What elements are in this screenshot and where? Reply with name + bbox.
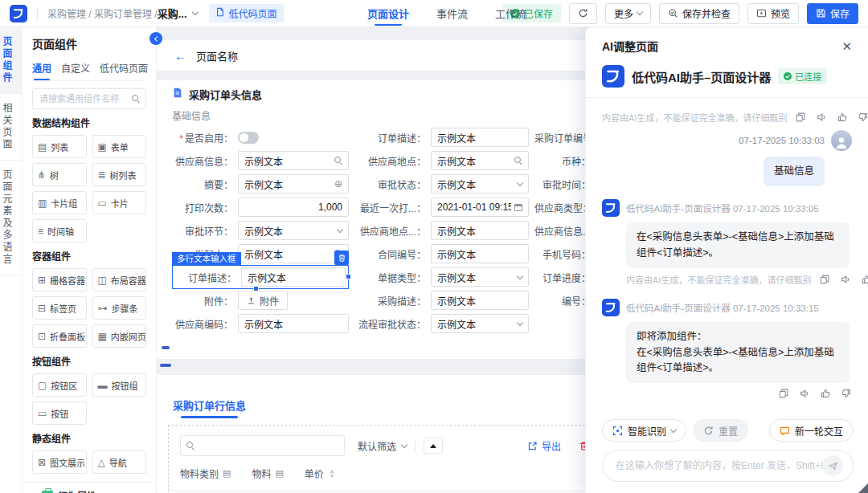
ai-message-input[interactable]	[616, 460, 822, 471]
copy-icon[interactable]	[795, 112, 806, 123]
collapse-filter-button[interactable]	[424, 438, 443, 454]
component-item-tree-list[interactable]: ≣树列表	[92, 163, 147, 186]
sound-icon[interactable]	[816, 112, 827, 123]
attach-button[interactable]: 附件	[238, 291, 288, 310]
thumbs-down-icon[interactable]	[841, 388, 852, 399]
back-arrow-icon[interactable]: ←	[174, 50, 186, 62]
button-area-icon: ▢	[38, 381, 47, 390]
component-item-form[interactable]: ▣表单	[92, 135, 147, 158]
field-input[interactable]: 示例文本	[431, 174, 529, 194]
new-round-button[interactable]: 新一轮交互	[769, 419, 854, 442]
field-value: 示例文本	[244, 224, 283, 238]
save-check-button[interactable]: 保存并检查	[659, 3, 739, 24]
field-input[interactable]: 示例文本	[238, 151, 349, 170]
panel-tab-2[interactable]: 自定义	[61, 58, 90, 80]
field-input[interactable]: 示例文本	[431, 151, 529, 170]
design-canvas[interactable]: ← 页面名称 采购订单头信息 基础信息 *是否启用：订单描述：示例文本采购订单编…	[157, 27, 585, 493]
chevron-down-icon	[670, 426, 677, 432]
component-item-button-group[interactable]: ▬按钮组	[92, 373, 147, 397]
component-item-image-text[interactable]: ⊠图文展示	[32, 450, 87, 474]
smart-recognize-button[interactable]: 智能识别	[602, 419, 686, 442]
field-input[interactable]: 示例文本	[238, 244, 349, 263]
field-input[interactable]: 示例文本	[431, 244, 529, 263]
component-search-input[interactable]	[32, 88, 146, 109]
delete-rows-button[interactable]: 删除	[579, 439, 585, 453]
canvas-scrollbar[interactable]	[160, 364, 171, 367]
page-type-badge[interactable]: 低代码页面	[209, 4, 284, 22]
thumbs-up-icon[interactable]	[837, 112, 848, 123]
rail-tab-1[interactable]: 页面组件	[0, 27, 22, 94]
component-item-iframe[interactable]: ▦内嵌网页	[92, 324, 147, 348]
component-item-button-area[interactable]: ▢按钮区	[32, 373, 87, 397]
resize-handle-right[interactable]	[346, 274, 351, 279]
sound-icon[interactable]	[799, 388, 810, 399]
field-value: 示例文本	[437, 247, 476, 261]
search-check-icon	[668, 8, 678, 18]
quick-filter-sortable[interactable]: 单价	[305, 467, 334, 480]
tab-order-lines[interactable]: 采购订单行信息	[173, 397, 246, 418]
reset-button[interactable]: 重置	[693, 419, 748, 442]
panel-tab-3[interactable]: 低代码页面	[100, 58, 148, 80]
field-input[interactable]: 示例文本	[431, 291, 529, 310]
tab-page-design[interactable]: 页面设计	[366, 0, 411, 28]
field-input[interactable]: 示例文本	[431, 267, 529, 287]
rail-tab-3[interactable]: 页面元素及多语言	[0, 161, 22, 275]
field-input[interactable]: 示例文本	[238, 221, 349, 240]
app-logo-icon[interactable]	[10, 5, 27, 22]
save-button[interactable]: 保存	[807, 3, 858, 24]
refresh-button[interactable]	[569, 3, 597, 24]
component-item-timeline[interactable]: ≡时间轴	[32, 219, 87, 242]
toggle-switch[interactable]	[238, 132, 259, 144]
component-item-list[interactable]: ▤列表	[32, 135, 87, 158]
component-item-card-group[interactable]: ▥卡片组	[32, 191, 87, 214]
field-input[interactable]: 示例文本	[238, 314, 349, 333]
copy-icon[interactable]	[819, 274, 830, 285]
rail-tab-2[interactable]: 相关页面	[0, 94, 22, 161]
field-input[interactable]: 示例文本⊕	[238, 174, 349, 194]
chevron-down-icon[interactable]	[191, 9, 198, 15]
component-item-tree[interactable]: ⋔树	[32, 163, 87, 186]
close-icon[interactable]: ✕	[840, 39, 854, 54]
field-input[interactable]: 示例文本	[431, 221, 529, 240]
delete-component-button[interactable]	[334, 251, 349, 265]
behavior-header[interactable]: 行为属性	[32, 489, 146, 493]
selected-component[interactable]: 多行文本输入框订单描述：示例文本	[172, 265, 349, 289]
field-input[interactable]: 1,000	[238, 198, 349, 217]
component-item-navigation[interactable]: △导航	[92, 450, 147, 474]
thumbs-up-icon[interactable]	[861, 274, 868, 285]
panel-tab-1[interactable]: 通用	[32, 58, 51, 80]
copy-icon[interactable]	[778, 388, 789, 399]
export-button[interactable]: 导出	[527, 439, 561, 453]
resize-handle-bottom[interactable]	[253, 286, 259, 291]
tab-workflow[interactable]: 工作流	[493, 0, 528, 28]
horizontal-scrollbar[interactable]	[162, 346, 170, 349]
component-item-button[interactable]: ▭按钮	[32, 401, 87, 425]
chat-area[interactable]: 内容由AI生成，不能保证完全准确，请仔细甄别07-17-2025 10:33:0…	[586, 98, 868, 411]
component-item-tab-page[interactable]: ⊟标签页	[32, 296, 87, 320]
field-input[interactable]: 示例文本	[431, 314, 529, 333]
component-item-collapse-panel[interactable]: ⊡折叠面板	[32, 324, 87, 348]
preview-button[interactable]: 预览	[747, 3, 799, 24]
component-item-grid-container[interactable]: ⊞栅格容器	[32, 268, 87, 291]
thumbs-up-icon[interactable]	[820, 388, 831, 399]
component-item-steps[interactable]: ⊶步骤条	[92, 296, 147, 320]
send-icon[interactable]	[822, 455, 843, 476]
order-header-card[interactable]: 采购订单头信息 基础信息 *是否启用：订单描述：示例文本采购订单编号：供应商信息…	[157, 80, 585, 359]
breadcrumb-current[interactable]: 采购...	[158, 6, 187, 21]
thumbs-down-icon[interactable]	[858, 112, 868, 123]
field-input[interactable]: 2021-01-01 09:15:30	[431, 198, 529, 217]
quick-filter-field[interactable]: 物料▤	[252, 467, 283, 480]
collapse-panel-button[interactable]	[149, 32, 162, 45]
field-input[interactable]: 示例文本	[241, 267, 346, 287]
tab-event-flow[interactable]: 事件流	[435, 0, 469, 28]
default-filter-dropdown[interactable]: 默认筛选	[358, 439, 407, 453]
quick-filter-field[interactable]: 物料类别▤	[180, 467, 231, 480]
sound-icon[interactable]	[840, 274, 851, 285]
table-search-input[interactable]	[180, 435, 345, 456]
field-input[interactable]: 示例文本	[431, 128, 529, 147]
component-item-layout-container[interactable]: ◫布局容器	[92, 268, 147, 291]
order-lines-card[interactable]: 采购订单行信息 默认筛选	[157, 375, 585, 493]
resize-handle[interactable]	[858, 483, 868, 493]
component-item-card[interactable]: ▭卡片	[92, 191, 147, 214]
more-button[interactable]: 更多	[605, 3, 651, 24]
